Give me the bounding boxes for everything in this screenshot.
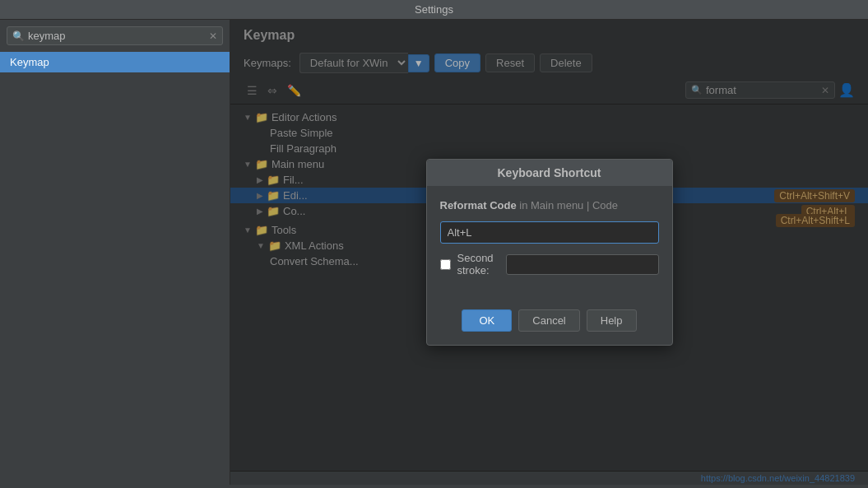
cancel-button[interactable]: Cancel — [518, 309, 579, 332]
second-stroke-checkbox[interactable] — [440, 259, 451, 270]
main-content: Keymap Keymaps: Default for XWin ▼ Copy … — [230, 20, 868, 485]
sidebar-search-input[interactable] — [28, 30, 209, 42]
sidebar-search-wrapper: 🔍 ✕ — [7, 26, 223, 45]
second-stroke-label: Second stroke: — [457, 252, 499, 277]
sidebar-item-keymap[interactable]: Keymap — [0, 52, 230, 72]
help-button[interactable]: Help — [587, 309, 637, 332]
sidebar-item-label: Keymap — [10, 56, 49, 68]
sidebar-search-bar: 🔍 ✕ — [0, 20, 230, 52]
second-stroke-row: Second stroke: — [440, 252, 659, 277]
dialog-context-path: in Main menu | Code — [519, 199, 618, 211]
title-bar: Settings — [0, 0, 868, 20]
dialog-title: Keyboard Shortcut — [497, 166, 601, 179]
dialog-title-bar: Keyboard Shortcut — [427, 160, 672, 186]
sidebar: 🔍 ✕ Keymap — [0, 20, 230, 485]
dialog-body: Reformat Code in Main menu | Code Second… — [427, 186, 672, 303]
dialog-overlay: Keyboard Shortcut Reformat Code in Main … — [230, 20, 868, 485]
dialog-buttons: OK Cancel Help — [427, 303, 672, 345]
title-label: Settings — [415, 3, 453, 16]
keyboard-shortcut-dialog: Keyboard Shortcut Reformat Code in Main … — [426, 159, 673, 346]
sidebar-search-clear-icon[interactable]: ✕ — [209, 30, 217, 42]
dialog-context: Reformat Code in Main menu | Code — [440, 199, 659, 211]
second-stroke-input[interactable] — [506, 254, 659, 275]
dialog-context-bold: Reformat Code — [440, 199, 517, 211]
shortcut-input[interactable] — [440, 221, 659, 244]
search-icon: 🔍 — [12, 30, 25, 42]
ok-button[interactable]: OK — [462, 309, 512, 332]
